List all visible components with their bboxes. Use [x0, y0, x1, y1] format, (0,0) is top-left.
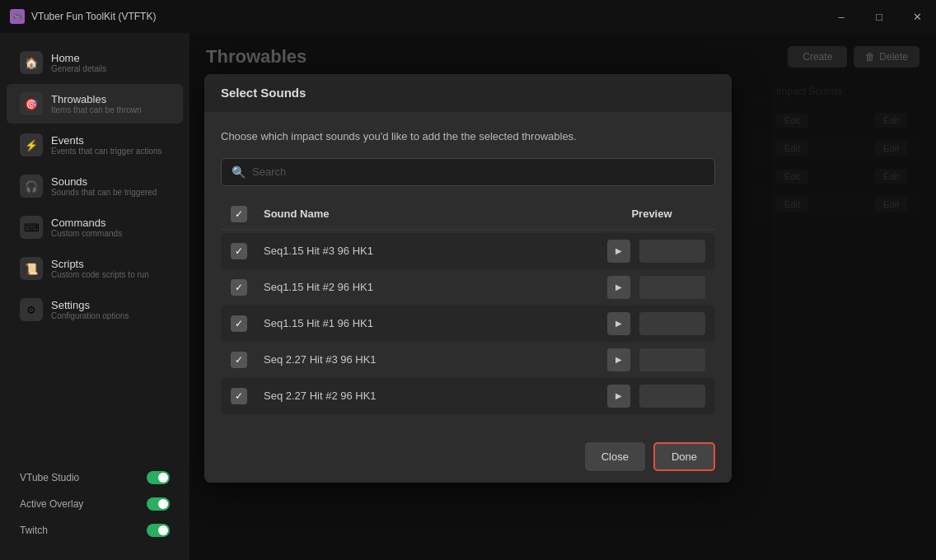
- sidebar-item-events-sub: Events that can trigger actions: [51, 147, 162, 156]
- toggle-active-overlay-label: Active Overlay: [20, 498, 83, 510]
- sound-name-3: Seq1.15 Hit #1 96 HK1: [264, 317, 598, 329]
- sidebar-item-commands-label: Commands: [51, 217, 122, 229]
- minimize-button[interactable]: –: [822, 0, 860, 33]
- search-box: 🔍: [221, 158, 715, 186]
- preview-col-header: Preview: [598, 208, 705, 220]
- sound-name-2: Seq1.15 Hit #2 96 HK1: [264, 281, 598, 293]
- sidebar-item-home[interactable]: 🏠 Home General details: [7, 43, 183, 82]
- select-all-checkbox[interactable]: ✓: [231, 206, 247, 222]
- scripts-icon: 📜: [20, 257, 43, 280]
- play-button-3[interactable]: ▶: [607, 312, 630, 335]
- sound-checkbox-3[interactable]: ✓: [231, 315, 247, 332]
- main-content: Throwables Create 🗑 Delete Name Sound Im…: [190, 33, 936, 560]
- sound-checkbox-1[interactable]: ✓: [231, 243, 247, 259]
- maximize-button[interactable]: □: [860, 0, 898, 33]
- home-icon: 🏠: [20, 51, 43, 74]
- sound-name-col-header: Sound Name: [264, 208, 598, 220]
- sound-list-header: ✓ Sound Name Preview: [221, 199, 715, 230]
- app-icon: 🎮: [10, 9, 25, 24]
- sidebar-item-sounds-label: Sounds: [51, 175, 157, 188]
- close-button[interactable]: Close: [585, 442, 645, 471]
- sound-name-5: Seq 2.27 Hit #2 96 HK1: [264, 390, 598, 402]
- sidebar-bottom: VTube Studio Active Overlay Twitch: [0, 464, 190, 544]
- done-button[interactable]: Done: [653, 442, 715, 471]
- toggle-twitch-label: Twitch: [20, 525, 48, 536]
- modal-footer: Close Done: [204, 431, 732, 483]
- sidebar: 🏠 Home General details 🎯 Throwables Item…: [0, 33, 190, 560]
- sidebar-item-sounds[interactable]: 🎧 Sounds Sounds that can be triggered: [7, 166, 183, 206]
- modal-header: Select Sounds: [204, 74, 732, 112]
- play-button-2[interactable]: ▶: [607, 276, 630, 299]
- throwables-icon: 🎯: [20, 92, 43, 115]
- sidebar-item-sounds-sub: Sounds that can be triggered: [51, 188, 157, 197]
- play-button-4[interactable]: ▶: [607, 348, 630, 371]
- list-item: ✓ Seq 2.27 Hit #2 96 HK1 ▶: [221, 378, 715, 414]
- close-button[interactable]: ✕: [898, 0, 936, 33]
- modal-description: Choose which impact sounds you'd like to…: [221, 128, 715, 145]
- modal-title: Select Sounds: [221, 86, 306, 100]
- toggle-active-overlay[interactable]: Active Overlay: [7, 491, 183, 517]
- sidebar-item-commands-sub: Custom commands: [51, 229, 122, 238]
- sidebar-item-commands[interactable]: ⌨ Commands Custom commands: [7, 208, 183, 247]
- toggle-active-overlay-switch[interactable]: [147, 497, 170, 511]
- sidebar-item-scripts[interactable]: 📜 Scripts Custom code scripts to run: [7, 249, 183, 288]
- sidebar-item-throwables[interactable]: 🎯 Throwables Items that can be thrown: [7, 84, 183, 124]
- sidebar-item-scripts-sub: Custom code scripts to run: [51, 270, 149, 279]
- list-item: ✓ Seq1.15 Hit #3 96 HK1 ▶: [221, 233, 715, 269]
- audio-bar-5: [639, 385, 705, 408]
- sidebar-item-home-label: Home: [51, 52, 106, 64]
- modal-overlay: Select Sounds Choose which impact sounds…: [190, 33, 936, 560]
- play-button-1[interactable]: ▶: [607, 240, 630, 263]
- list-item: ✓ Seq1.15 Hit #2 96 HK1 ▶: [221, 269, 715, 306]
- select-sounds-modal: Select Sounds Choose which impact sounds…: [204, 74, 732, 483]
- search-icon: 🔍: [232, 166, 246, 179]
- list-item: ✓ Seq1.15 Hit #1 96 HK1 ▶: [221, 306, 715, 342]
- toggle-vtube-studio[interactable]: VTube Studio: [7, 464, 183, 491]
- sidebar-item-settings[interactable]: ⚙ Settings Configuration options: [7, 290, 183, 329]
- window-controls: – □ ✕: [822, 0, 936, 33]
- toggle-vtube-studio-label: VTube Studio: [20, 472, 79, 483]
- sidebar-item-throwables-label: Throwables: [51, 93, 142, 105]
- toggle-twitch-switch[interactable]: [147, 524, 170, 537]
- search-input[interactable]: [252, 166, 704, 178]
- audio-bar-3: [639, 312, 705, 335]
- sidebar-item-home-sub: General details: [51, 64, 106, 73]
- audio-bar-4: [639, 348, 705, 371]
- events-icon: ⚡: [20, 133, 43, 156]
- toggle-twitch[interactable]: Twitch: [7, 517, 183, 544]
- app-title: VTuber Fun ToolKit (VTFTK): [31, 11, 156, 22]
- sound-name-4: Seq 2.27 Hit #3 96 HK1: [264, 353, 598, 366]
- sidebar-item-events-label: Events: [51, 134, 162, 147]
- play-button-5[interactable]: ▶: [607, 385, 630, 408]
- sidebar-item-scripts-label: Scripts: [51, 258, 149, 270]
- sidebar-item-events[interactable]: ⚡ Events Events that can trigger actions: [7, 125, 183, 165]
- list-item: ✓ Seq 2.27 Hit #3 96 HK1 ▶: [221, 342, 715, 378]
- sounds-icon: 🎧: [20, 175, 43, 198]
- titlebar: 🎮 VTuber Fun ToolKit (VTFTK) – □ ✕: [0, 0, 936, 33]
- sidebar-item-settings-label: Settings: [51, 299, 129, 311]
- modal-body: Choose which impact sounds you'd like to…: [204, 112, 732, 431]
- sidebar-item-throwables-sub: Items that can be thrown: [51, 105, 142, 114]
- audio-bar-2: [639, 276, 705, 299]
- audio-bar-1: [639, 240, 705, 263]
- commands-icon: ⌨: [20, 216, 43, 239]
- sound-name-1: Seq1.15 Hit #3 96 HK1: [264, 245, 598, 257]
- sound-list: ✓ Seq1.15 Hit #3 96 HK1 ▶: [221, 233, 715, 414]
- sound-checkbox-2[interactable]: ✓: [231, 279, 247, 296]
- sidebar-item-settings-sub: Configuration options: [51, 311, 129, 320]
- settings-icon: ⚙: [20, 298, 43, 321]
- toggle-vtube-studio-switch[interactable]: [147, 471, 170, 484]
- sound-checkbox-4[interactable]: ✓: [231, 352, 247, 368]
- sound-checkbox-5[interactable]: ✓: [231, 388, 247, 404]
